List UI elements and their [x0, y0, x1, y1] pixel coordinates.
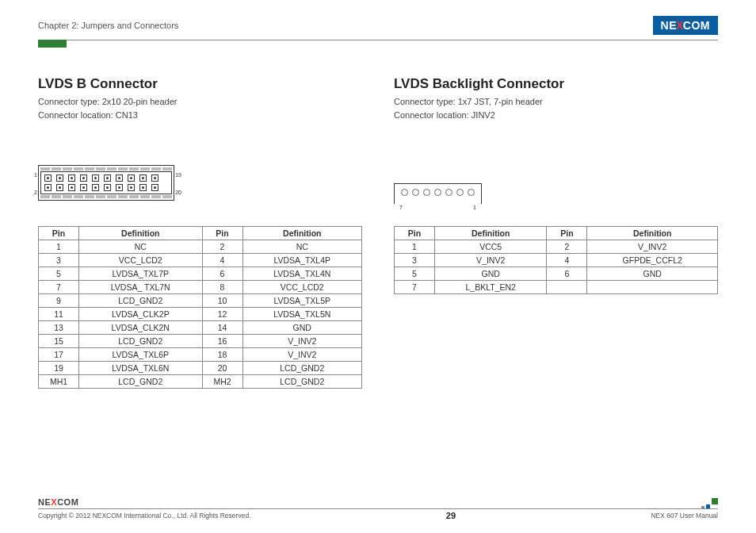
brand-logo: NEXCOM	[653, 16, 718, 35]
page-number: 29	[446, 511, 456, 520]
section-tab	[38, 40, 67, 48]
connector-diagram-2x10: 1 2 19 20	[38, 165, 174, 201]
section-title-backlight: LVDS Backlight Connector	[394, 76, 718, 92]
pin-table-lvds-b: PinDefinitionPinDefinition 1NC2NC3VCC_LC…	[38, 226, 362, 389]
section-title-lvds-b: LVDS B Connector	[38, 76, 362, 92]
connector-location-left: Connector location: CN13	[38, 109, 362, 122]
pin-table-backlight: PinDefinitionPinDefinition 1VCC52V_INV23…	[394, 226, 718, 294]
connector-diagram-1x7: 7 1	[394, 183, 482, 201]
copyright: Copyright © 2012 NEXCOM International Co…	[38, 512, 250, 520]
connector-type-left: Connector type: 2x10 20-pin header	[38, 95, 362, 109]
connector-type-right: Connector type: 1x7 JST, 7-pin header	[394, 95, 718, 109]
manual-name: NEX 607 User Manual	[651, 512, 718, 520]
footer-logo: NEXCOM	[38, 497, 718, 507]
connector-location-right: Connector location: JINV2	[394, 109, 718, 122]
chapter-label: Chapter 2: Jumpers and Connectors	[38, 21, 178, 30]
